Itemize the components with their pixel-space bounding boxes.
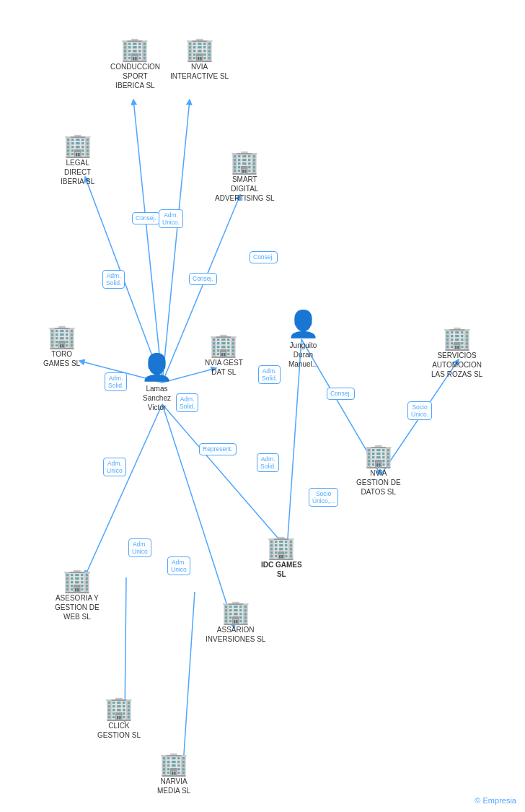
node-servicios-automocion[interactable]: 🏢 SERVICIOS AUTOMOCION LAS ROZAS SL (431, 326, 482, 379)
node-label: NVIA GEST DAT SL (205, 358, 243, 377)
badge-adm-solid-4[interactable]: Adm.Solid. (258, 365, 281, 384)
node-label: LEGAL DIRECT IBERIA SL (61, 158, 94, 186)
node-label: CONDUCCION SPORT IBERICA SL (110, 62, 160, 90)
node-label: NVIA INTERACTIVE SL (170, 62, 229, 81)
badge-socio-unico-1[interactable]: SocioÚnico. (407, 401, 432, 420)
svg-line-12 (287, 339, 301, 549)
node-lamas[interactable]: 👤 Lamas Sanchez Victor (141, 352, 173, 412)
node-nvia-interactive[interactable]: 🏢 NVIA INTERACTIVE SL (170, 38, 229, 81)
badge-represent[interactable]: Represent. (199, 443, 237, 455)
badge-consej-4[interactable]: Consej. (327, 388, 355, 400)
building-icon: 🏢 (230, 150, 259, 173)
node-label: TORO GAMES SL (43, 349, 80, 368)
node-label: ASSARION INVERSIONES SL (206, 625, 265, 644)
svg-line-0 (133, 100, 162, 383)
building-icon: 🏢 (63, 569, 92, 592)
badge-adm-solid-5[interactable]: Adm.Solid. (257, 453, 279, 472)
svg-line-8 (162, 404, 234, 628)
badge-adm-solid-1[interactable]: Adm.Solid. (102, 270, 125, 289)
badge-consej-1[interactable]: Consej. (132, 212, 160, 224)
node-nvia-gestion[interactable]: 🏢 NVIA GESTION DE DATOS SL (356, 444, 401, 497)
node-label: NARVIA MEDIA SL (157, 777, 190, 795)
building-icon-red: 🏢 (267, 536, 296, 559)
watermark-text: Empresia (483, 796, 516, 805)
building-icon: 🏢 (63, 134, 92, 157)
node-smart-digital[interactable]: 🏢 SMART DIGITAL ADVERTISING SL (215, 150, 275, 203)
node-label: NVIA GESTION DE DATOS SL (356, 468, 401, 497)
badge-adm-solid-2[interactable]: Adm.Solid. (105, 372, 127, 391)
node-label: IDC GAMES SL (261, 560, 302, 579)
badge-adm-unico-2[interactable]: Adm.Unico (103, 458, 126, 476)
node-nvia-gest[interactable]: 🏢 NVIA GEST DAT SL (205, 333, 243, 377)
building-icon: 🏢 (209, 333, 238, 357)
node-label: SERVICIOS AUTOMOCION LAS ROZAS SL (431, 351, 482, 379)
svg-line-7 (162, 404, 287, 549)
node-narvia-media[interactable]: 🏢 NARVIA MEDIA SL (157, 752, 190, 795)
building-icon: 🏢 (159, 752, 188, 775)
node-conduccion[interactable]: 🏢 CONDUCCION SPORT IBERICA SL (110, 38, 160, 90)
node-label: Lamas Sanchez Victor (143, 384, 171, 412)
building-icon: 🏢 (364, 444, 393, 467)
badge-adm-unico-1[interactable]: Adm.Unico. (159, 209, 183, 228)
svg-line-1 (162, 100, 190, 383)
connection-lines (0, 0, 525, 812)
node-label: SMART DIGITAL ADVERTISING SL (215, 175, 275, 203)
badge-socio-unico-2[interactable]: SocioÚnico,... (309, 488, 338, 507)
node-legal-direct[interactable]: 🏢 LEGAL DIRECT IBERIA SL (61, 134, 94, 186)
diagram: 🏢 CONDUCCION SPORT IBERICA SL 🏢 NVIA INT… (0, 0, 525, 812)
node-asesoria[interactable]: 🏢 ASESORIA Y GESTION DE WEB SL (55, 569, 100, 621)
building-icon: 🏢 (48, 325, 76, 348)
badge-adm-unico-3[interactable]: Adm.Unico (128, 538, 151, 557)
node-click-gestion[interactable]: 🏢 CLICK GESTION SL (97, 697, 141, 740)
building-icon: 🏢 (443, 326, 472, 349)
node-label: Junguito Duran Manuel... (288, 341, 318, 369)
watermark: © Empresia (475, 796, 516, 805)
watermark-symbol: © (475, 796, 480, 805)
building-icon: 🏢 (120, 38, 149, 61)
badge-adm-solid-3[interactable]: Adm.Solid. (176, 393, 198, 412)
node-toro-games[interactable]: 🏢 TORO GAMES SL (43, 325, 80, 368)
person-icon: 👤 (287, 309, 319, 339)
node-label: ASESORIA Y GESTION DE WEB SL (55, 593, 100, 621)
person-icon: 👤 (141, 352, 173, 383)
node-junguito[interactable]: 👤 Junguito Duran Manuel... (287, 309, 319, 369)
building-icon: 🏢 (221, 601, 250, 624)
building-icon: 🏢 (185, 38, 214, 61)
badge-consej-3[interactable]: Consej. (250, 251, 278, 263)
svg-line-10 (182, 592, 195, 776)
badge-adm-unico-4[interactable]: Adm.Unico (167, 556, 190, 575)
node-label: CLICK GESTION SL (97, 721, 141, 740)
node-idc-games[interactable]: 🏢 IDC GAMES SL (261, 536, 302, 579)
badge-consej-2[interactable]: Consej. (189, 273, 217, 285)
node-assarion[interactable]: 🏢 ASSARION INVERSIONES SL (206, 601, 265, 644)
building-icon: 🏢 (105, 697, 133, 720)
